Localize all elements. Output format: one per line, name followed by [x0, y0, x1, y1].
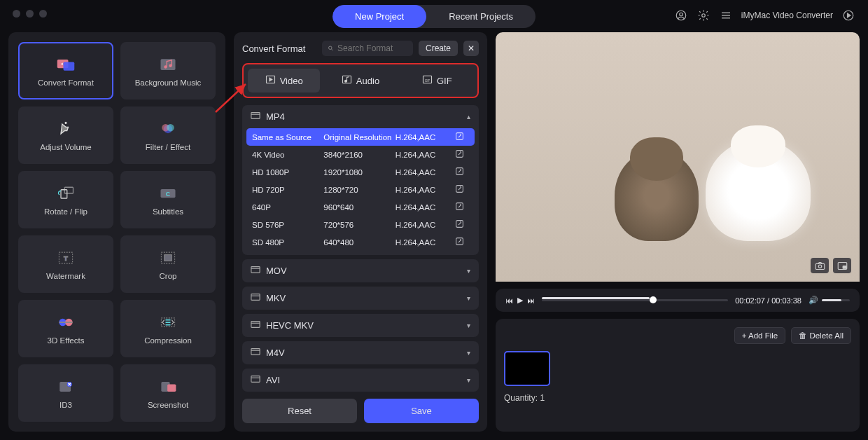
edit-preset-icon[interactable]	[455, 237, 469, 247]
account-icon[interactable]	[674, 8, 688, 22]
format-tabs: VideoAudioGIFGIF	[242, 63, 479, 98]
tool-tile-convert[interactable]: Convert Format	[18, 42, 113, 99]
preset-row[interactable]: HD 720P1280*720H.264,AAC	[246, 181, 475, 198]
delete-all-button[interactable]: 🗑 Delete All	[791, 327, 851, 344]
prev-icon[interactable]: ⏮	[505, 296, 513, 305]
group-header[interactable]: AVI▾	[242, 369, 479, 392]
queue-actions: + Add File 🗑 Delete All	[504, 327, 851, 344]
tool-tile-rotate[interactable]: Rotate / Flip	[18, 171, 113, 228]
tile-label: Convert Format	[38, 78, 94, 87]
svg-rect-51	[251, 294, 260, 301]
preview-player	[496, 32, 860, 282]
new-project-tab[interactable]: New Project	[332, 5, 426, 28]
edit-preset-icon[interactable]	[455, 149, 469, 160]
svg-point-33	[328, 46, 332, 50]
play-controls: ⏮ ▶ ⏭	[505, 296, 535, 305]
svg-rect-8	[64, 62, 75, 71]
svg-rect-17	[61, 190, 67, 198]
svg-text:C: C	[166, 191, 171, 198]
gif-tab-icon: GIF	[422, 74, 433, 87]
3d-icon	[55, 312, 77, 332]
preset-resolution: 1280*720	[323, 186, 395, 194]
video-tab-icon	[265, 74, 276, 87]
preview-image[interactable]	[496, 32, 860, 282]
settings-gear-icon[interactable]	[696, 8, 710, 22]
tool-tile-shot[interactable]: Screenshot	[120, 364, 216, 422]
preset-row[interactable]: SD 480P640*480H.264,AAC	[246, 233, 475, 251]
queue-item[interactable]	[504, 351, 550, 386]
search-format-box[interactable]	[322, 41, 413, 56]
preset-codec: H.264,AAC	[396, 168, 455, 177]
preset-row[interactable]: HD 1080P1920*1080H.264,AAC	[246, 163, 475, 181]
play-icon[interactable]: ▶	[517, 296, 523, 305]
preset-row[interactable]: 640P960*640H.264,AAC	[246, 198, 475, 216]
format-group-mkv: MKV▾	[242, 287, 479, 310]
preset-row[interactable]: Same as SourceOriginal ResolutionH.264,A…	[246, 128, 475, 146]
preset-row[interactable]: SD 576P720*576H.264,AAC	[246, 216, 475, 233]
svg-rect-40	[251, 113, 260, 119]
reset-button[interactable]: Reset	[242, 399, 357, 423]
tool-tile-sub[interactable]: CSubtitles	[120, 171, 216, 228]
tile-label: Rotate / Flip	[44, 207, 88, 216]
sidebar: Convert FormatBackground MusicAdjust Vol…	[8, 32, 225, 432]
white-cat	[706, 139, 811, 241]
progress-bar[interactable]	[542, 299, 728, 301]
edit-preset-icon[interactable]	[455, 202, 469, 212]
fullscreen-icon[interactable]	[833, 258, 851, 273]
recent-projects-tab[interactable]: Recent Projects	[426, 5, 536, 28]
snapshot-icon[interactable]	[811, 258, 829, 273]
volume-control[interactable]: 🔊	[808, 296, 850, 305]
close-panel-button[interactable]: ✕	[463, 41, 479, 56]
tile-label: ID3	[59, 401, 72, 409]
tool-tile-volume[interactable]: Adjust Volume	[18, 106, 113, 164]
codec-icon	[251, 292, 260, 304]
edit-preset-icon[interactable]	[455, 184, 469, 195]
svg-point-1	[680, 13, 683, 16]
preset-name: HD 720P	[252, 186, 323, 194]
tab-audio[interactable]: Audio	[324, 69, 396, 92]
tab-gif[interactable]: GIFGIF	[401, 69, 473, 92]
tool-tile-bgm[interactable]: Background Music	[120, 42, 216, 99]
format-group-avi: AVI▾	[242, 369, 479, 392]
edit-preset-icon[interactable]	[455, 219, 469, 230]
group-header[interactable]: M4V▾	[242, 341, 479, 364]
edit-preset-icon[interactable]	[455, 132, 469, 142]
group-name: MP4	[266, 111, 285, 122]
group-header[interactable]: MP4▴	[242, 105, 479, 128]
tool-tile-watermark[interactable]: TWatermark	[18, 235, 113, 293]
playbar: ⏮ ▶ ⏭ 00:02:07 / 00:03:38 🔊	[496, 289, 860, 312]
tool-tile-id3[interactable]: ID3	[18, 364, 113, 422]
format-group-mp4: MP4▴Same as SourceOriginal ResolutionH.2…	[242, 105, 479, 255]
app-play-icon[interactable]	[841, 8, 855, 22]
tool-tile-crop[interactable]: Crop	[120, 235, 216, 293]
chevron-up-icon: ▴	[467, 113, 470, 121]
format-group-hevc-mkv: HEVC MKV▾	[242, 314, 479, 337]
edit-preset-icon[interactable]	[455, 167, 469, 177]
preset-row[interactable]: 4K Video3840*2160H.264,AAC	[246, 146, 475, 163]
save-button[interactable]: Save	[364, 399, 479, 423]
svg-rect-57	[251, 376, 260, 383]
tool-tile-filter[interactable]: Filter / Effect	[120, 106, 216, 164]
volume-icon[interactable]: 🔊	[808, 296, 818, 305]
preset-codec: H.264,AAC	[396, 151, 455, 159]
add-file-button[interactable]: + Add File	[734, 327, 785, 344]
header-right: iMyMac Video Converter	[674, 8, 855, 22]
tab-video[interactable]: Video	[248, 69, 320, 92]
volume-slider[interactable]	[822, 299, 850, 301]
next-icon[interactable]: ⏭	[527, 296, 535, 305]
svg-rect-32	[167, 385, 176, 392]
group-header[interactable]: HEVC MKV▾	[242, 314, 479, 337]
menu-icon[interactable]	[719, 8, 733, 22]
chevron-down-icon: ▾	[467, 349, 470, 357]
preset-name: Same as Source	[252, 133, 323, 142]
search-input[interactable]	[337, 43, 407, 53]
tile-label: Filter / Effect	[146, 143, 190, 151]
tool-tile-3d[interactable]: 3D Effects	[18, 300, 113, 357]
group-header[interactable]: MOV▾	[242, 259, 479, 282]
queue-quantity: Quantity: 1	[504, 393, 851, 403]
queue-panel: + Add File 🗑 Delete All Quantity: 1	[496, 319, 860, 432]
group-header[interactable]: MKV▾	[242, 287, 479, 310]
tool-tile-compress[interactable]: Compression	[120, 300, 216, 357]
filter-icon	[157, 119, 179, 139]
create-button[interactable]: Create	[419, 41, 458, 56]
